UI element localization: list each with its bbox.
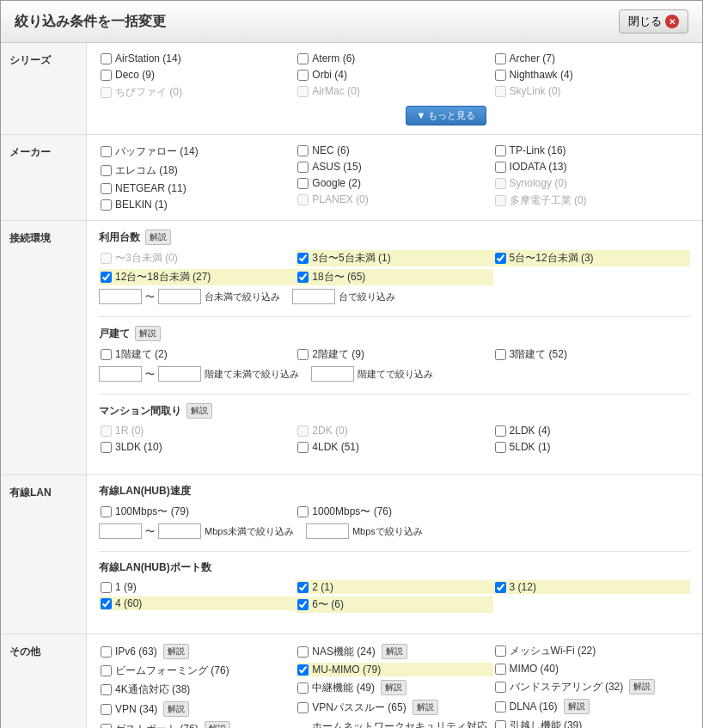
list-item[interactable]: 1R (0) [99,424,296,437]
list-item[interactable]: 多摩電子工業 (0) [493,193,690,209]
other-ipv6-checkbox[interactable] [101,646,112,658]
mansion-4ldk-checkbox[interactable] [297,442,309,453]
list-item[interactable]: ホームネットワークセキュリティ対応 (28) [296,719,492,728]
floors-range-to-input[interactable] [158,366,201,382]
bandsteering-kaisetsu-button[interactable]: 解説 [629,679,655,694]
list-item[interactable]: 18台〜 (65) [296,269,492,285]
list-item[interactable]: 2LDK (4) [493,424,690,437]
other-bandsteering-checkbox[interactable] [495,682,506,693]
other-hikkoshi-checkbox[interactable] [495,720,506,728]
list-item[interactable]: SkyLink (0) [493,84,690,98]
mansion-3ldk-checkbox[interactable] [101,442,112,453]
dlna-kaisetsu-button[interactable]: 解説 [564,699,590,714]
list-item[interactable]: Aterm (6) [296,52,492,65]
maker-buffalo-checkbox[interactable] [101,146,112,157]
list-item[interactable]: 1階建て (2) [99,346,296,363]
vpnpass-kaisetsu-button[interactable]: 解説 [413,700,438,715]
ipv6-kaisetsu-button[interactable]: 解説 [163,644,189,659]
maker-belkin-checkbox[interactable] [101,199,112,211]
speed-100-checkbox[interactable] [101,506,112,517]
ports-3-checkbox[interactable] [495,582,506,593]
list-item[interactable]: IODATA (13) [493,160,690,174]
ports-4-checkbox[interactable] [101,598,112,609]
other-beamforming-checkbox[interactable] [101,665,112,676]
usage-exact-input[interactable] [292,289,335,304]
series-nighthawk-checkbox[interactable] [495,70,506,81]
other-relay-checkbox[interactable] [297,682,309,694]
list-item[interactable]: Synology (0) [493,176,690,190]
floors-exact-input[interactable] [311,366,354,382]
list-item[interactable]: メッシュWi-Fi (22) [493,643,690,659]
list-item[interactable]: NEC (6) [296,144,492,157]
speed-range-to-input[interactable] [158,523,201,539]
list-item[interactable]: ちびファイ (0) [99,84,296,101]
list-item[interactable]: 3台〜5台未満 (1) [296,250,492,266]
series-deco-checkbox[interactable] [101,70,112,81]
nas-kaisetsu-button[interactable]: 解説 [382,644,407,659]
ports-1-checkbox[interactable] [101,582,112,593]
mansion-2ldk-checkbox[interactable] [495,425,506,437]
floors-3-checkbox[interactable] [495,349,506,360]
maker-nec-checkbox[interactable] [297,145,309,156]
floors-1-checkbox[interactable] [101,349,112,360]
floors-2-checkbox[interactable] [297,349,309,360]
series-orbi-checkbox[interactable] [297,70,309,81]
other-vpn-checkbox[interactable] [101,704,112,715]
list-item[interactable]: Google (2) [296,176,492,190]
list-item[interactable]: 6〜 (6) [296,596,492,613]
other-nas-checkbox[interactable] [297,646,309,658]
relay-kaisetsu-button[interactable]: 解説 [381,680,407,695]
list-item[interactable]: Orbi (4) [296,68,492,82]
other-mesh-checkbox[interactable] [495,645,506,657]
list-item[interactable]: 1000Mbps〜 (76) [296,504,492,520]
maker-netgear-checkbox[interactable] [101,183,112,194]
list-item[interactable]: バンドステアリング (32) 解説 [493,678,690,695]
list-item[interactable]: 4 (60) [99,596,296,610]
usage-5-12-checkbox[interactable] [495,253,506,264]
usage-range-from-input[interactable] [99,289,142,304]
list-item[interactable]: IPv6 (63) 解説 [99,643,296,660]
speed-exact-input[interactable] [306,523,349,539]
list-item[interactable]: 4LDK (51) [296,440,492,454]
list-item[interactable]: ASUS (15) [296,160,492,174]
list-item[interactable]: 〜3台未満 (0) [99,250,296,266]
list-item[interactable]: 3階建て (52) [493,346,690,363]
other-4k-checkbox[interactable] [101,684,112,695]
maker-google-checkbox[interactable] [297,178,309,189]
list-item[interactable]: VPN (34) 解説 [99,700,296,718]
list-item[interactable]: 中継機能 (49) 解説 [296,679,492,696]
other-mumimo-checkbox[interactable] [297,664,309,676]
list-item[interactable]: TP-Link (16) [493,144,690,157]
speed-1000-checkbox[interactable] [297,506,309,517]
list-item[interactable]: 3LDK (10) [99,440,296,454]
mansion-5ldk-checkbox[interactable] [495,442,506,453]
series-archer-checkbox[interactable] [495,53,506,64]
list-item[interactable]: 12台〜18台未満 (27) [99,269,296,285]
floors-range-from-input[interactable] [99,366,142,382]
ports-2-checkbox[interactable] [297,582,309,593]
ports-6-checkbox[interactable] [297,599,309,610]
usage-12-18-checkbox[interactable] [101,272,112,283]
list-item[interactable]: バッファロー (14) [99,144,296,160]
maker-iodata-checkbox[interactable] [495,162,506,173]
floors-kaisetsu-button[interactable]: 解説 [135,326,161,341]
list-item[interactable]: Deco (9) [99,68,296,82]
vpn-kaisetsu-button[interactable]: 解説 [163,701,189,717]
list-item[interactable]: 引越し機能 (39) [493,718,690,728]
series-airstation-checkbox[interactable] [101,53,112,64]
close-button[interactable]: 閉じる ✕ [619,9,688,34]
list-item[interactable]: NAS機能 (24) 解説 [296,643,492,660]
list-item[interactable]: Nighthawk (4) [493,68,690,82]
list-item[interactable]: BELKIN (1) [99,198,296,211]
list-item[interactable]: PLANEX (0) [296,193,492,206]
series-aterm-checkbox[interactable] [297,53,309,64]
list-item[interactable]: MIMO (40) [493,662,690,676]
list-item[interactable]: AirStation (14) [99,52,296,65]
list-item[interactable]: AirMac (0) [296,84,492,98]
usage-18-checkbox[interactable] [297,272,309,283]
maker-elecom-checkbox[interactable] [101,165,112,176]
speed-range-from-input[interactable] [99,523,142,539]
list-item[interactable]: 4K通信対応 (38) [99,682,296,698]
list-item[interactable]: エレコム (18) [99,162,296,179]
list-item[interactable]: 5台〜12台未満 (3) [493,250,690,266]
